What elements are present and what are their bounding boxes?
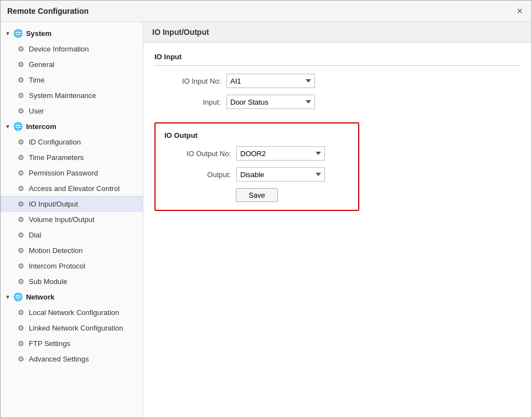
sidebar-item-label: Advanced Settings [29,355,89,363]
sidebar-item-local-network[interactable]: Local Network Configuration [1,305,143,320]
content-header: IO Input/Output [143,22,531,43]
sidebar-item-label: User [29,107,44,115]
io-input-title: IO Input [154,53,520,61]
gear-icon-id-config [17,137,25,146]
io-output-section: IO Output IO Output No: DOOR1 DOOR2 DOOR… [154,122,359,211]
sidebar-item-label: Motion Detection [29,246,83,255]
system-icon: 🌐 [14,29,23,38]
network-section-label: Network [26,293,54,301]
sidebar-item-time-parameters[interactable]: Time Parameters [1,149,143,165]
sidebar-item-label: System Maintenance [29,91,96,100]
sidebar-item-label: Intercom Protocol [29,262,85,270]
output-label: Output: [164,171,231,179]
gear-icon-time [17,75,25,84]
sidebar-item-label: Permission Password [29,169,98,177]
gear-icon-protocol [17,261,25,270]
network-items: Local Network Configuration Linked Netwo… [1,305,143,367]
output-row: Output: Disable Enable [164,167,349,182]
sidebar-item-linked-network[interactable]: Linked Network Configuration [1,320,143,336]
network-icon: 🌐 [14,292,23,301]
sidebar-item-user[interactable]: User [1,103,143,118]
remote-config-dialog: Remote Configuration × ▼ 🌐 System Device… [0,0,532,418]
gear-icon-general [17,60,25,69]
gear-icon-local-net [17,308,25,317]
gear-icon-access [17,184,25,193]
gear-icon-linked-net [17,323,25,332]
content-body: IO Input IO Input No: AI1 AI2 AI3 Input: [143,43,531,221]
network-arrow-icon: ▼ [5,294,11,300]
save-button[interactable]: Save [236,188,278,202]
sidebar-item-volume-input-output[interactable]: Volume Input/Output [1,211,143,227]
gear-icon-user [17,106,25,115]
sidebar-item-label: ID Configuration [29,138,81,146]
input-label: Input: [154,98,221,106]
io-input-no-row: IO Input No: AI1 AI2 AI3 [154,74,520,88]
sidebar-item-label: Linked Network Configuration [29,324,123,332]
close-button[interactable]: × [514,5,525,17]
gear-icon-permission [17,168,25,177]
gear-icon-volume [17,215,25,224]
sidebar-item-label: IO Input/Output [29,200,78,208]
sidebar-item-ftp-settings[interactable]: FTP Settings [1,336,143,351]
sidebar-item-label: Time Parameters [29,153,84,162]
sidebar-item-device-information[interactable]: Device Information [1,41,143,56]
sidebar-section-intercom[interactable]: ▼ 🌐 Intercom [1,118,143,134]
io-input-no-label: IO Input No: [154,77,221,85]
sidebar-item-label: Access and Elevator Control [29,184,120,193]
sidebar-item-label: Dial [29,231,41,239]
main-content: IO Input/Output IO Input IO Input No: AI… [143,22,531,417]
intercom-section-label: Intercom [26,122,56,131]
sidebar-item-advanced-settings[interactable]: Advanced Settings [1,351,143,367]
sidebar-item-intercom-protocol[interactable]: Intercom Protocol [1,258,143,273]
sidebar: ▼ 🌐 System Device Information General Ti… [1,22,143,417]
io-input-no-select[interactable]: AI1 AI2 AI3 [226,74,315,88]
sidebar-item-system-maintenance[interactable]: System Maintenance [1,87,143,103]
intercom-arrow-icon: ▼ [5,123,11,130]
io-input-divider [154,65,520,66]
sidebar-item-general[interactable]: General [1,56,143,72]
io-output-no-label: IO Output No: [164,149,231,158]
gear-icon-advanced [17,354,25,363]
gear-icon-submodule [17,277,25,286]
gear-icon-io [17,199,25,208]
input-select[interactable]: Door Status Normal Open Normal Close [226,95,315,109]
intercom-icon: 🌐 [14,122,23,131]
gear-icon-time-params [17,153,25,162]
sidebar-item-dial[interactable]: Dial [1,227,143,242]
gear-icon-dial [17,230,25,239]
io-output-no-select[interactable]: DOOR1 DOOR2 DOOR3 [236,146,325,161]
sidebar-item-id-configuration[interactable]: ID Configuration [1,134,143,149]
system-items: Device Information General Time System M… [1,41,143,118]
dialog-body: ▼ 🌐 System Device Information General Ti… [1,22,531,417]
sidebar-item-io-input-output[interactable]: IO Input/Output [1,196,143,211]
sidebar-item-permission-password[interactable]: Permission Password [1,165,143,180]
io-output-no-form-row: IO Output No: DOOR1 DOOR2 DOOR3 [164,146,349,161]
sidebar-item-access-elevator[interactable]: Access and Elevator Control [1,180,143,196]
title-bar: Remote Configuration × [1,1,531,22]
gear-icon-motion [17,246,25,255]
system-arrow-icon: ▼ [5,30,11,37]
output-select[interactable]: Disable Enable [236,167,325,182]
dialog-title: Remote Configuration [7,7,89,16]
sidebar-item-label: Volume Input/Output [29,215,95,224]
io-output-no-row: IO Output No: DOOR1 DOOR2 DOOR3 Output: … [164,146,349,182]
sidebar-item-label: Time [29,76,44,84]
io-input-section: IO Input IO Input No: AI1 AI2 AI3 Input: [154,53,520,109]
sidebar-item-label: Local Network Configuration [29,308,119,317]
input-row: Input: Door Status Normal Open Normal Cl… [154,95,520,109]
gear-icon-maintenance [17,91,25,100]
sidebar-item-motion-detection[interactable]: Motion Detection [1,242,143,258]
sidebar-item-label: FTP Settings [29,339,70,348]
sidebar-item-label: Device Information [29,45,89,53]
sidebar-section-system[interactable]: ▼ 🌐 System [1,25,143,41]
io-output-title: IO Output [164,131,349,140]
gear-icon-device [17,44,25,53]
system-section-label: System [26,29,51,38]
sidebar-item-time[interactable]: Time [1,72,143,87]
intercom-items: ID Configuration Time Parameters Permiss… [1,134,143,289]
sidebar-item-sub-module[interactable]: Sub Module [1,273,143,289]
sidebar-section-network[interactable]: ▼ 🌐 Network [1,289,143,305]
gear-icon-ftp [17,339,25,348]
sidebar-item-label: General [29,60,54,69]
sidebar-item-label: Sub Module [29,277,67,286]
